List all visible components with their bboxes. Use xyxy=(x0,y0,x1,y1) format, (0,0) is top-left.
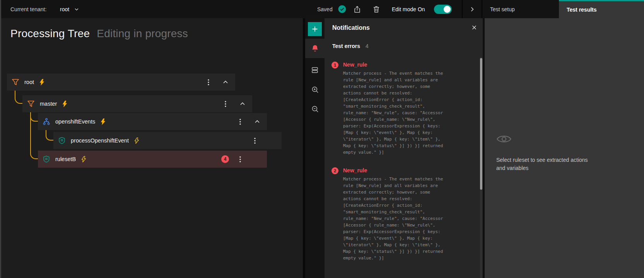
tab-test-results-label: Test results xyxy=(567,7,597,13)
toggle-knob xyxy=(444,6,451,13)
tree-node-label: rulesetB xyxy=(55,156,76,162)
kebab-icon xyxy=(239,156,241,163)
kebab-icon xyxy=(225,101,226,107)
tree-node-processOpenshiftEvent[interactable]: processOpenshiftEvent xyxy=(53,132,282,149)
node-menu-button[interactable] xyxy=(234,116,246,127)
layout-rows-button[interactable] xyxy=(305,62,325,79)
tree-node-label: openshiftEvents xyxy=(55,118,95,125)
page-status: Editing in progress xyxy=(97,27,188,39)
kebab-icon xyxy=(239,118,241,125)
window-left-edge xyxy=(0,0,1,278)
expand-panel-button[interactable] xyxy=(463,0,482,18)
lightning-filled-icon xyxy=(39,79,44,86)
zoom-in-icon xyxy=(311,86,319,94)
notification-bell-icon xyxy=(311,45,319,53)
delete-button[interactable] xyxy=(370,3,383,15)
shield-ruleset-icon xyxy=(43,156,50,163)
error-index-badge: 1 xyxy=(331,62,338,69)
test-results-panel: Select ruleset to see extracted actions … xyxy=(485,18,644,278)
notifications-list: 1 New_rule Matcher process - The event m… xyxy=(325,62,479,273)
results-empty-message: Select ruleset to see extracted actions … xyxy=(496,156,594,172)
lightning-outline-icon xyxy=(134,137,139,144)
add-icon xyxy=(311,25,319,33)
tree-connector xyxy=(30,112,38,159)
lightning-outline-icon xyxy=(81,156,86,163)
add-node-button[interactable] xyxy=(308,22,322,36)
tenant-dropdown-value: root xyxy=(60,6,69,12)
tree-node-openshiftEvents[interactable]: openshiftEvents xyxy=(38,113,267,130)
filter-icon xyxy=(12,79,19,86)
chevron-down-icon xyxy=(74,7,79,12)
zoom-in-button[interactable] xyxy=(305,81,325,98)
page-title: Processing Tree Editing in progress xyxy=(10,27,188,40)
error-rule-name: New_rule xyxy=(343,167,479,173)
test-errors-count: 4 xyxy=(366,43,369,49)
error-message: Matcher process - The event matches the … xyxy=(343,176,446,261)
processing-tree-canvas: Processing Tree Editing in progress root… xyxy=(0,18,303,278)
shield-ruleset-icon xyxy=(58,137,65,144)
notifications-panel: Notifications Test errors 4 1 New_rule M… xyxy=(325,18,483,278)
saved-check-icon xyxy=(338,5,346,13)
notifications-button[interactable] xyxy=(305,39,325,58)
tenant-dropdown[interactable]: root xyxy=(60,0,79,18)
chevron-up-icon xyxy=(222,79,229,85)
save-status: Saved xyxy=(317,0,346,18)
filter-icon xyxy=(27,100,34,107)
close-icon xyxy=(471,24,477,31)
eye-icon xyxy=(496,134,512,144)
top-bar: Current tenant: root Saved Edit mode On … xyxy=(0,0,644,18)
error-item[interactable]: 1 New_rule Matcher process - The event m… xyxy=(325,62,479,156)
node-menu-button[interactable] xyxy=(203,76,214,88)
export-button[interactable] xyxy=(351,3,363,15)
tab-test-results[interactable]: Test results xyxy=(559,0,644,18)
chevron-up-icon xyxy=(239,101,246,107)
zoom-out-button[interactable] xyxy=(305,100,325,117)
export-icon xyxy=(353,5,361,14)
collapse-button[interactable] xyxy=(251,116,263,127)
collapse-button[interactable] xyxy=(220,76,231,88)
main-area: Processing Tree Editing in progress root… xyxy=(0,18,644,278)
error-message: Matcher process - The event matches the … xyxy=(343,70,446,156)
save-status-label: Saved xyxy=(317,6,333,12)
page-title-text: Processing Tree xyxy=(10,27,90,39)
tree-node-master[interactable]: master xyxy=(22,95,252,112)
error-rule-name: New_rule xyxy=(343,62,479,68)
lightning-filled-icon xyxy=(101,118,106,125)
node-menu-button[interactable] xyxy=(220,98,231,110)
tab-test-setup[interactable]: Test setup xyxy=(482,0,559,18)
error-index-badge: 2 xyxy=(331,167,338,174)
test-errors-header: Test errors 4 xyxy=(332,43,369,49)
node-menu-button[interactable] xyxy=(234,153,246,165)
edit-mode-toggle[interactable] xyxy=(434,5,452,14)
lightning-filled-icon xyxy=(62,101,67,107)
test-errors-label: Test errors xyxy=(332,43,360,49)
kebab-icon xyxy=(208,79,209,86)
tree-node-label: master xyxy=(40,101,57,107)
notifications-title: Notifications xyxy=(332,24,370,31)
trash-icon xyxy=(372,5,380,13)
scrollbar-thumb[interactable] xyxy=(480,58,482,190)
zoom-out-icon xyxy=(311,105,319,113)
collapse-button[interactable] xyxy=(237,98,248,110)
tree-connector xyxy=(15,91,22,104)
tree-node-label: processOpenshiftEvent xyxy=(71,137,129,144)
chevron-right-icon xyxy=(469,6,475,12)
current-tenant-label: Current tenant: xyxy=(10,0,46,18)
tree-node-label: root xyxy=(24,79,34,85)
tree-node-rulesetB[interactable]: rulesetB 4 xyxy=(38,151,267,168)
node-menu-button[interactable] xyxy=(249,135,261,146)
tree-connector xyxy=(46,130,53,141)
branch-icon xyxy=(43,118,50,125)
tree-node-root[interactable]: root xyxy=(7,74,235,91)
side-toolbar xyxy=(305,18,325,278)
error-count-badge: 4 xyxy=(221,155,229,163)
error-item[interactable]: 2 New_rule Matcher process - The event m… xyxy=(325,167,479,261)
chevron-up-icon xyxy=(254,118,260,125)
tab-test-setup-label: Test setup xyxy=(490,6,515,12)
rows-icon xyxy=(311,66,319,74)
close-notifications-button[interactable] xyxy=(468,21,480,34)
edit-mode-label: Edit mode On xyxy=(392,0,425,18)
kebab-icon xyxy=(254,137,256,144)
